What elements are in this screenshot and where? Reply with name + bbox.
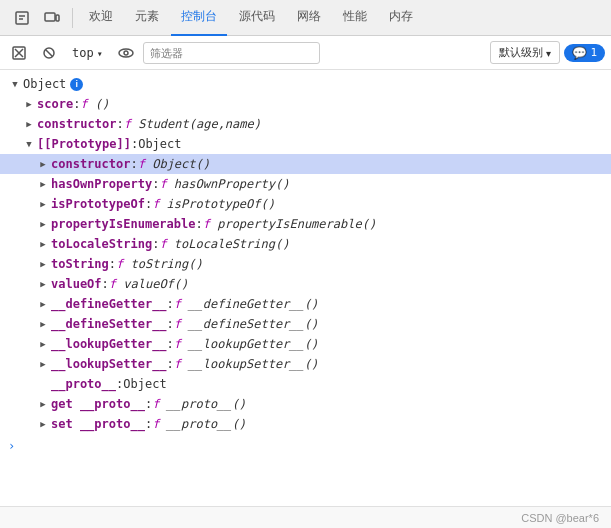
expand-triangle[interactable] bbox=[36, 197, 50, 211]
property-key: toString bbox=[51, 255, 109, 273]
fn-name: Student(age,name) bbox=[131, 115, 261, 133]
fn-name: toString() bbox=[123, 255, 202, 273]
fn-keyword: f bbox=[124, 115, 131, 133]
fn-params: () bbox=[88, 95, 110, 113]
property-key: valueOf bbox=[51, 275, 102, 293]
expand-triangle[interactable] bbox=[8, 77, 22, 91]
fn-name: toLocaleString() bbox=[167, 235, 290, 253]
expand-triangle[interactable] bbox=[36, 257, 50, 271]
set-proto-row[interactable]: set __proto__ : f __proto__() bbox=[0, 414, 611, 434]
score-row[interactable]: score : f () bbox=[0, 94, 611, 114]
tab-elements[interactable]: 元素 bbox=[125, 0, 169, 36]
expand-triangle[interactable] bbox=[22, 137, 36, 151]
propertyisenumerable-row[interactable]: propertyIsEnumerable : f propertyIsEnume… bbox=[0, 214, 611, 234]
bottom-bar: CSDN @bear*6 bbox=[0, 506, 611, 528]
top-nav: 欢迎 元素 控制台 源代码 网络 性能 内存 bbox=[0, 0, 611, 36]
tab-network[interactable]: 网络 bbox=[287, 0, 331, 36]
chevron-down-icon bbox=[546, 47, 551, 59]
fn-name: isPrototypeOf() bbox=[159, 195, 275, 213]
fn-name: __proto__() bbox=[159, 395, 246, 413]
colon: : bbox=[116, 375, 123, 393]
lookupsetter-row[interactable]: __lookupSetter__ : f __lookupSetter__() bbox=[0, 354, 611, 374]
prototype-row[interactable]: [[Prototype]] : Object bbox=[0, 134, 611, 154]
definegetter-row[interactable]: __defineGetter__ : f __defineGetter__() bbox=[0, 294, 611, 314]
expand-triangle[interactable] bbox=[36, 157, 50, 171]
device-icon[interactable] bbox=[38, 4, 66, 32]
fn-keyword: f bbox=[174, 335, 181, 353]
chevron-down-icon bbox=[97, 46, 103, 60]
fn-keyword: f bbox=[152, 195, 159, 213]
log-level-label: 默认级别 bbox=[499, 45, 543, 60]
tolocalestring-row[interactable]: toLocaleString : f toLocaleString() bbox=[0, 234, 611, 254]
clear-console-button[interactable] bbox=[6, 40, 32, 66]
expand-triangle[interactable] bbox=[36, 297, 50, 311]
object-label: Object bbox=[138, 135, 181, 153]
lookupgetter-row[interactable]: __lookupGetter__ : f __lookupGetter__() bbox=[0, 334, 611, 354]
colon: : bbox=[167, 295, 174, 313]
get-proto-row[interactable]: get __proto__ : f __proto__() bbox=[0, 394, 611, 414]
expand-triangle[interactable] bbox=[36, 217, 50, 231]
property-key: constructor bbox=[37, 115, 116, 133]
tab-console[interactable]: 控制台 bbox=[171, 0, 227, 36]
fn-keyword: f bbox=[174, 355, 181, 373]
block-icon[interactable] bbox=[36, 40, 62, 66]
tab-source[interactable]: 源代码 bbox=[229, 0, 285, 36]
proto-row[interactable]: __proto__ : Object bbox=[0, 374, 611, 394]
eye-icon[interactable] bbox=[113, 40, 139, 66]
expand-triangle[interactable] bbox=[36, 357, 50, 371]
colon: : bbox=[145, 415, 152, 433]
property-key: __defineGetter__ bbox=[51, 295, 167, 313]
object-root-row[interactable]: Object i bbox=[0, 74, 611, 94]
svg-rect-0 bbox=[16, 12, 28, 24]
fn-name: __lookupGetter__() bbox=[181, 335, 318, 353]
expand-triangle[interactable] bbox=[22, 97, 36, 111]
expand-triangle[interactable] bbox=[36, 277, 50, 291]
property-key: __proto__ bbox=[51, 375, 116, 393]
message-count: 1 bbox=[590, 46, 597, 59]
colon: : bbox=[102, 275, 109, 293]
inspect-icon[interactable] bbox=[8, 4, 36, 32]
fn-keyword: f bbox=[80, 95, 87, 113]
context-dropdown[interactable]: top bbox=[66, 43, 109, 63]
hasownproperty-row[interactable]: hasOwnProperty : f hasOwnProperty() bbox=[0, 174, 611, 194]
expand-triangle[interactable] bbox=[36, 337, 50, 351]
filter-input[interactable] bbox=[143, 42, 320, 64]
expand-triangle[interactable] bbox=[36, 397, 50, 411]
constructor-object-row[interactable]: constructor : f Object() bbox=[0, 154, 611, 174]
info-icon[interactable]: i bbox=[70, 78, 83, 91]
fn-keyword: f bbox=[152, 415, 159, 433]
log-level-dropdown[interactable]: 默认级别 bbox=[490, 41, 560, 64]
expand-triangle[interactable] bbox=[22, 117, 36, 131]
fn-keyword: f bbox=[116, 255, 123, 273]
property-key: __lookupSetter__ bbox=[51, 355, 167, 373]
fn-keyword: f bbox=[138, 155, 145, 173]
prompt-row[interactable]: › bbox=[0, 434, 611, 458]
tostring-row[interactable]: toString : f toString() bbox=[0, 254, 611, 274]
colon: : bbox=[130, 155, 137, 173]
message-count-badge[interactable]: 💬 1 bbox=[564, 44, 605, 62]
fn-keyword: f bbox=[109, 275, 116, 293]
expand-triangle[interactable] bbox=[36, 317, 50, 331]
colon: : bbox=[109, 255, 116, 273]
fn-keyword: f bbox=[174, 295, 181, 313]
colon: : bbox=[167, 315, 174, 333]
property-key: __defineSetter__ bbox=[51, 315, 167, 333]
tab-performance[interactable]: 性能 bbox=[333, 0, 377, 36]
colon: : bbox=[145, 395, 152, 413]
property-key: set __proto__ bbox=[51, 415, 145, 433]
constructor-row[interactable]: constructor : f Student(age,name) bbox=[0, 114, 611, 134]
colon: : bbox=[152, 235, 159, 253]
expand-triangle[interactable] bbox=[36, 177, 50, 191]
tab-memory[interactable]: 内存 bbox=[379, 0, 423, 36]
expand-triangle[interactable] bbox=[36, 417, 50, 431]
colon: : bbox=[167, 355, 174, 373]
property-key: propertyIsEnumerable bbox=[51, 215, 196, 233]
fn-keyword: f bbox=[203, 215, 210, 233]
isprototypeof-row[interactable]: isPrototypeOf : f isPrototypeOf() bbox=[0, 194, 611, 214]
valueof-row[interactable]: valueOf : f valueOf() bbox=[0, 274, 611, 294]
console-area: Object i score : f () constructor : f St… bbox=[0, 70, 611, 506]
colon: : bbox=[152, 175, 159, 193]
definesetter-row[interactable]: __defineSetter__ : f __defineSetter__() bbox=[0, 314, 611, 334]
expand-triangle[interactable] bbox=[36, 237, 50, 251]
tab-welcome[interactable]: 欢迎 bbox=[79, 0, 123, 36]
